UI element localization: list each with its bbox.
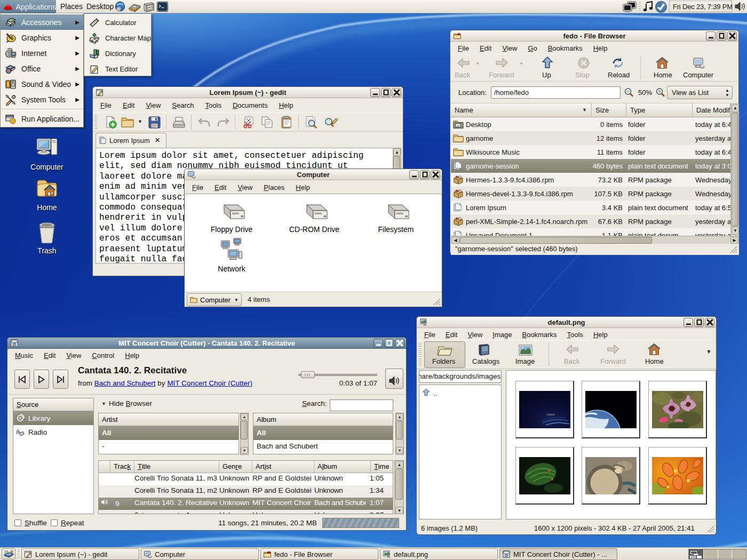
svg-text:fedora: fedora [547,413,554,416]
